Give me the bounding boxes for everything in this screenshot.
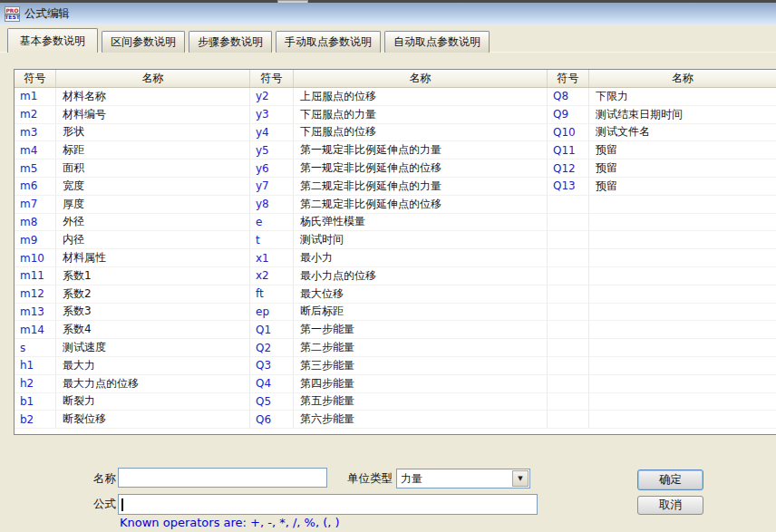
row-name: 系数1 [56, 267, 250, 285]
ok-button[interactable]: 确定 [637, 469, 703, 490]
row-name: 最小力 [294, 249, 548, 266]
parameter-table: 符号 名称 符号 名称 符号 名称 m1材料名称m2材料编号m3形状m4标距m5… [14, 69, 776, 435]
tab-label: 基本参数说明 [20, 34, 85, 49]
table-row[interactable]: b1断裂力 [15, 393, 250, 411]
tab-manual-point-params[interactable]: 手动取点参数说明 [276, 31, 381, 53]
table-row[interactable]: x1最小力 [250, 249, 548, 267]
row-name [589, 196, 776, 213]
header-symbol-3[interactable]: 符号 [548, 70, 589, 87]
table-column-group-2: y2上屈服点的位移y3下屈服点的力量y4下屈服点的位移y5第一规定非比例延伸点的… [250, 88, 548, 434]
chevron-down-icon: ▼ [518, 475, 522, 482]
text-caret [121, 498, 123, 511]
table-row[interactable] [548, 393, 776, 411]
table-row[interactable]: Q6第六步能量 [250, 411, 548, 429]
table-row[interactable]: m11系数1 [15, 267, 250, 285]
table-row[interactable]: m12系数2 [15, 285, 250, 304]
table-row[interactable] [548, 357, 776, 375]
table-row[interactable]: ft最大位移 [250, 285, 548, 304]
row-symbol: x2 [250, 267, 294, 285]
table-row[interactable]: m4标距 [15, 141, 250, 160]
row-symbol [548, 231, 589, 248]
table-row[interactable]: Q4第四步能量 [250, 375, 548, 393]
header-symbol-2[interactable]: 符号 [250, 70, 294, 87]
row-symbol: y5 [250, 141, 294, 159]
table-row[interactable]: y4下屈服点的位移 [250, 124, 548, 142]
table-row[interactable]: m2材料编号 [15, 106, 250, 124]
table-row[interactable]: m7厚度 [15, 196, 250, 214]
table-row[interactable]: m6宽度 [15, 178, 250, 196]
row-name [589, 375, 776, 392]
tab-auto-point-params[interactable]: 自动取点参数说明 [384, 31, 490, 53]
table-row[interactable]: m9内径 [15, 231, 250, 249]
table-row[interactable]: m1材料名称 [15, 88, 250, 106]
table-row[interactable] [548, 214, 776, 232]
tab-basic-params[interactable]: 基本参数说明 [7, 28, 98, 53]
table-row[interactable]: y7第二规定非比例延伸点的力量 [250, 178, 548, 196]
row-symbol: t [250, 231, 294, 248]
table-row[interactable]: ep断后标距 [250, 304, 548, 322]
table-row[interactable]: y2上屈服点的位移 [250, 88, 548, 106]
row-name: 测试时间 [294, 231, 548, 248]
window-title: 公式编辑 [24, 6, 70, 22]
tab-interval-params[interactable]: 区间参数说明 [102, 31, 185, 53]
table-row[interactable]: h1最大力 [15, 357, 250, 375]
name-input[interactable] [118, 468, 327, 488]
row-symbol [548, 357, 589, 374]
table-row[interactable] [548, 249, 776, 267]
table-row[interactable]: Q12预留 [548, 160, 776, 178]
table-row[interactable]: b2断裂位移 [15, 411, 250, 429]
table-row[interactable]: m3形状 [15, 124, 250, 142]
table-row[interactable]: s测试速度 [15, 339, 250, 357]
ok-button-label: 确定 [659, 472, 682, 488]
table-row[interactable]: e杨氏弹性模量 [250, 214, 548, 232]
table-row[interactable] [548, 411, 776, 429]
dropdown-arrow-button[interactable]: ▼ [512, 470, 529, 487]
table-row[interactable]: m8外径 [15, 214, 250, 232]
row-name: 第六步能量 [294, 411, 548, 428]
table-row[interactable] [548, 375, 776, 393]
table-row[interactable]: t测试时间 [250, 231, 548, 249]
table-row[interactable]: Q3第三步能量 [250, 357, 548, 375]
table-row[interactable]: Q9测试结束日期时间 [548, 106, 776, 124]
table-row[interactable] [548, 321, 776, 339]
formula-input[interactable] [118, 494, 538, 515]
table-row[interactable]: y6第一规定非比例延伸点的位移 [250, 160, 548, 178]
cancel-button[interactable]: 取消 [637, 496, 703, 515]
table-row[interactable]: Q10测试文件名 [548, 124, 776, 142]
row-name: 系数2 [56, 285, 250, 303]
row-symbol: Q10 [548, 124, 589, 141]
header-name-1[interactable]: 名称 [56, 70, 250, 87]
table-row[interactable]: x2最小力点的位移 [250, 267, 548, 285]
table-row[interactable]: y3下屈服点的力量 [250, 106, 548, 124]
table-row[interactable]: m14系数4 [15, 321, 250, 339]
row-symbol: ep [250, 304, 294, 321]
header-name-2[interactable]: 名称 [294, 70, 548, 87]
table-row[interactable]: m10材料属性 [15, 249, 250, 267]
table-row[interactable] [548, 304, 776, 322]
row-name: 最大力 [56, 357, 250, 374]
table-row[interactable] [548, 267, 776, 285]
table-row[interactable]: m13系数3 [15, 304, 250, 322]
titlebar[interactable]: PRO TEST 公式编辑 [0, 3, 776, 25]
table-row[interactable]: y5第一规定非比例延伸点的力量 [250, 141, 548, 160]
table-row[interactable]: Q2第二步能量 [250, 339, 548, 357]
table-row[interactable] [548, 285, 776, 304]
header-symbol-1[interactable]: 符号 [15, 70, 56, 87]
table-row[interactable]: Q11预留 [548, 141, 776, 160]
table-row[interactable]: Q13预留 [548, 178, 776, 196]
table-row[interactable] [548, 339, 776, 357]
table-row[interactable]: m5面积 [15, 160, 250, 178]
tab-step-params[interactable]: 步骤参数说明 [189, 31, 272, 53]
header-name-3[interactable]: 名称 [589, 70, 776, 87]
row-name [589, 357, 776, 374]
table-row[interactable]: Q8下限力 [548, 88, 776, 106]
table-row[interactable]: y8第二规定非比例延伸点的位移 [250, 196, 548, 214]
table-row[interactable]: h2最大力点的位移 [15, 375, 250, 393]
row-name [589, 285, 776, 303]
table-row[interactable]: Q5第五步能量 [250, 393, 548, 411]
row-name [589, 214, 776, 231]
table-row[interactable] [548, 196, 776, 214]
table-row[interactable] [548, 231, 776, 249]
table-row[interactable]: Q1第一步能量 [250, 321, 548, 339]
unit-type-dropdown[interactable]: 力量 ▼ [396, 469, 530, 488]
